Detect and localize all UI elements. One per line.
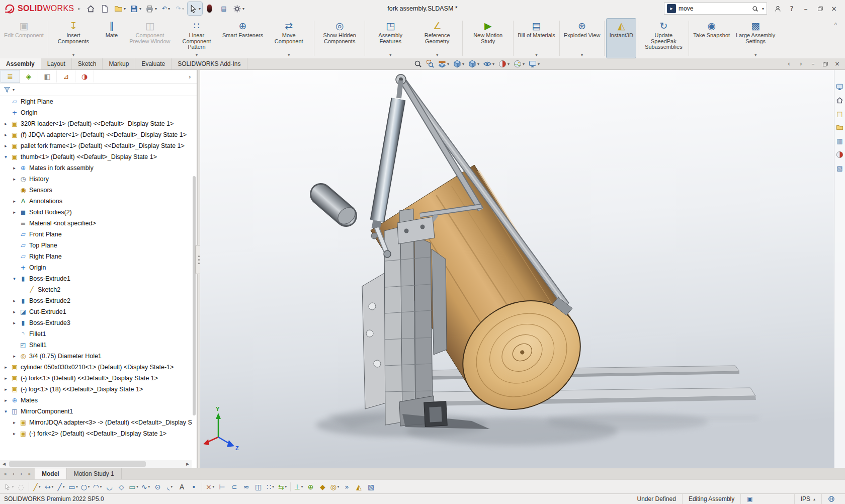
horizontal-scrollbar-track[interactable] bbox=[8, 460, 184, 468]
tab-sketch[interactable]: Sketch bbox=[72, 58, 103, 69]
tree-expander-icon[interactable]: ▾ bbox=[3, 154, 9, 159]
last-tab-button[interactable]: » bbox=[26, 471, 33, 476]
tree-expander-icon[interactable]: ▸ bbox=[12, 199, 17, 204]
move-entities-tool-button[interactable]: ⇆▾ bbox=[277, 481, 288, 493]
tree-expander-icon[interactable]: ▾ bbox=[12, 276, 17, 281]
linear-sketch-pattern-tool-button[interactable]: ∷▾ bbox=[265, 481, 276, 493]
spline-tool-button[interactable]: ∿▾ bbox=[140, 481, 151, 493]
displaymanager-tab[interactable]: ◑ bbox=[75, 70, 94, 82]
select-tool-button[interactable]: ▾ bbox=[3, 481, 15, 493]
tree-item[interactable]: ▸⊕Mates in fork assembly bbox=[0, 162, 192, 174]
large-assembly-settings-button[interactable]: ▩Large Assembly Settings▾ bbox=[732, 19, 779, 58]
tree-item[interactable]: +Origin bbox=[0, 107, 192, 118]
tree-item[interactable]: ≡Material <not specified> bbox=[0, 218, 192, 229]
tree-item[interactable]: ▸AAnnotations bbox=[0, 196, 192, 207]
mate-button[interactable]: ∥Mate bbox=[97, 19, 126, 58]
user-account-button[interactable] bbox=[771, 2, 785, 15]
tree-item[interactable]: ◰Shell1 bbox=[0, 340, 192, 351]
tree-expander-icon[interactable]: ▸ bbox=[3, 121, 9, 126]
tab-assembly[interactable]: Assembly bbox=[0, 58, 41, 69]
previous-tab-button[interactable]: ‹ bbox=[10, 471, 17, 476]
solidworks-menu-caret-icon[interactable]: ▸ bbox=[78, 7, 80, 11]
apply-scene-button[interactable]: ▾ bbox=[512, 59, 526, 69]
help-button[interactable]: ? bbox=[785, 2, 799, 15]
insert-components-button[interactable]: ↧Insert Components▾ bbox=[50, 19, 97, 58]
task-pane-design-library-button[interactable]: ▤ bbox=[835, 109, 844, 118]
new-motion-study-button[interactable]: ▶New Motion Study bbox=[465, 19, 511, 58]
sketch-tool-button[interactable]: ╱▾ bbox=[31, 481, 43, 493]
smart-dimension-tool-button[interactable]: ↔▾ bbox=[43, 481, 55, 493]
redo-button[interactable]: ↷▾ bbox=[174, 2, 187, 15]
tree-item[interactable]: ▱Right Plane bbox=[0, 251, 192, 262]
add-relation-tool-button[interactable]: ⊕ bbox=[305, 481, 316, 493]
tree-expander-icon[interactable]: ▸ bbox=[3, 398, 9, 403]
linear-component-pattern-button[interactable]: ∷Linear Component Pattern▾ bbox=[174, 19, 220, 58]
tree-expander-icon[interactable]: ▸ bbox=[12, 320, 17, 325]
tree-item[interactable]: ▸◼Solid Bodies(2) bbox=[0, 207, 192, 218]
instant2d-tool-button[interactable]: ◭ bbox=[353, 481, 365, 493]
tab-solidworks-add-ins[interactable]: SOLIDWORKS Add-Ins bbox=[172, 58, 247, 69]
circle-tool-button[interactable]: ○▾ bbox=[79, 481, 91, 493]
select-button[interactable]: ▾ bbox=[188, 2, 202, 15]
tree-expander-icon[interactable]: ▸ bbox=[12, 420, 17, 425]
centerpoint-arc-tool-button[interactable]: ◠▾ bbox=[92, 481, 103, 493]
take-snapshot-button[interactable]: ◉Take Snapshot bbox=[691, 19, 732, 58]
collapse-ribbon-button[interactable]: ^ bbox=[828, 19, 843, 31]
tree-expander-icon[interactable]: ▸ bbox=[12, 354, 17, 359]
tree-expander-icon[interactable]: ▸ bbox=[3, 143, 9, 148]
tree-item[interactable]: ▸▣(-) fork<2> (Default) <<Default>_Displ… bbox=[0, 428, 192, 439]
tree-item[interactable]: ◝Fillet1 bbox=[0, 328, 192, 340]
tree-expander-icon[interactable]: ▸ bbox=[12, 210, 17, 215]
tree-item[interactable]: ▸▣320R loader<1> (Default) <<Default>_Di… bbox=[0, 118, 192, 129]
tab-evaluate[interactable]: Evaluate bbox=[135, 58, 172, 69]
view-settings-button[interactable]: ▾ bbox=[527, 59, 541, 69]
open-document-button[interactable]: ▾ bbox=[113, 2, 127, 15]
filter-funnel-icon[interactable] bbox=[4, 86, 11, 93]
search-scope-icon[interactable]: ▸ bbox=[667, 4, 676, 13]
task-pane-custom-properties-button[interactable]: ▧ bbox=[835, 163, 844, 173]
bill-of-materials-button[interactable]: ▤Bill of Materials▾ bbox=[516, 19, 557, 58]
hide-show-items-button[interactable]: ▾ bbox=[482, 59, 496, 69]
tree-item[interactable]: ▸▣(-) log<1> (18) <<Default>_Display Sta… bbox=[0, 384, 192, 395]
configurationmanager-tab[interactable]: ◧ bbox=[38, 70, 57, 82]
update-speedpak-subassemblies-button[interactable]: ↻Update SpeedPak Subassemblies bbox=[640, 19, 687, 58]
tangent-arc-tool-button[interactable]: ◡ bbox=[104, 481, 115, 493]
tree-item[interactable]: ╱Sketch2 bbox=[0, 284, 192, 295]
point-tool-button[interactable]: • bbox=[188, 481, 200, 493]
scroll-left-button[interactable]: ◀ bbox=[0, 462, 8, 466]
tree-expander-icon[interactable]: ▸ bbox=[12, 309, 17, 314]
tab-markup[interactable]: Markup bbox=[103, 58, 135, 69]
print-button[interactable]: ▾ bbox=[144, 2, 158, 15]
zoom-to-fit-button[interactable] bbox=[412, 59, 424, 69]
tree-item[interactable]: ▸◎3/4 (0.75) Diameter Hole1 bbox=[0, 351, 192, 362]
filter-caret-icon[interactable]: ▾ bbox=[13, 88, 15, 92]
tree-item[interactable]: +Origin bbox=[0, 262, 192, 273]
trim-entities-tool-button[interactable]: ×▾ bbox=[204, 481, 216, 493]
tree-expander-icon[interactable]: ▸ bbox=[3, 365, 9, 370]
new-document-button[interactable] bbox=[99, 2, 112, 15]
first-tab-button[interactable]: « bbox=[2, 471, 9, 476]
minimize-window-button[interactable]: – bbox=[799, 2, 813, 15]
tree-item[interactable]: ◉Sensors bbox=[0, 185, 192, 196]
extend-entities-tool-button[interactable]: ⊢ bbox=[216, 481, 228, 493]
units-selector[interactable]: IPS▴ bbox=[794, 494, 821, 504]
close-window-button[interactable]: × bbox=[827, 2, 841, 15]
task-pane-appearances-button[interactable] bbox=[835, 150, 844, 159]
close-document-button[interactable]: × bbox=[831, 59, 843, 69]
tree-item[interactable]: ▸▣MirrorJDQA adapter<3> -> (Default) <<D… bbox=[0, 417, 192, 428]
command-report-button[interactable]: ▤ bbox=[217, 2, 230, 15]
tree-item[interactable]: ▸▣pallet fork frame<1> (Default) <<Defau… bbox=[0, 140, 192, 151]
tree-item[interactable]: ▸◷History bbox=[0, 174, 192, 185]
next-tab-button[interactable]: › bbox=[18, 471, 25, 476]
minimize-document-button[interactable]: – bbox=[807, 59, 819, 69]
tree-item[interactable]: ▾▣thumb<1> (Default) <<Default>_Display … bbox=[0, 151, 192, 162]
tree-expander-icon[interactable]: ▸ bbox=[3, 376, 9, 381]
offset-entities-tool-button[interactable]: ≈ bbox=[240, 481, 252, 493]
edit-component-button[interactable]: ▣Edit Component bbox=[2, 19, 46, 58]
options-button[interactable]: ▾ bbox=[231, 2, 246, 15]
tree-expander-icon[interactable]: ▸ bbox=[12, 298, 17, 303]
quick-snaps-tool-button[interactable]: ◎▾ bbox=[329, 481, 341, 493]
maximize-window-button[interactable] bbox=[813, 2, 827, 15]
shaded-sketch-contours-tool-button[interactable]: ▧ bbox=[365, 481, 377, 493]
task-pane-3dexperience-button[interactable] bbox=[835, 82, 844, 91]
